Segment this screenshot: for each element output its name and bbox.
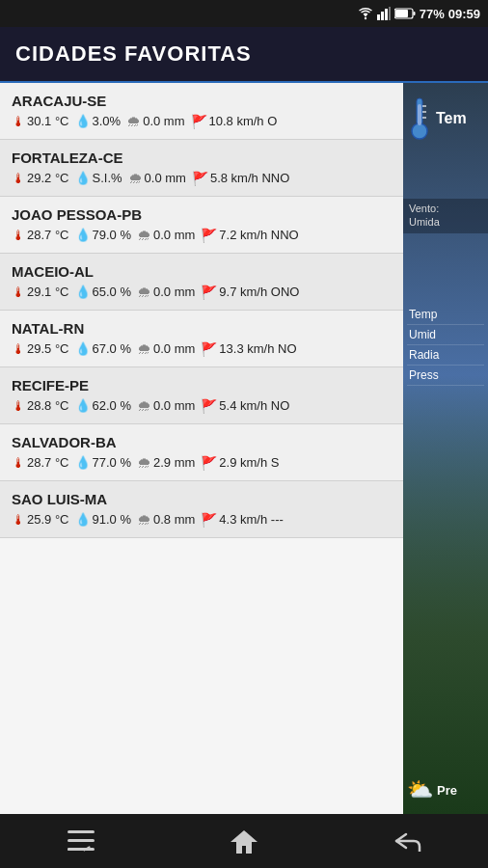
wind-icon-aracaju: 🚩 [191,114,207,129]
drop-icon-recife: 💧 [75,398,91,413]
city-name-aracaju: ARACAJU-SE [12,93,395,109]
humidity-group-joaopessoa: 💧 79.0 % [75,228,131,242]
rain-value-natal: 0.0 mm [153,341,195,356]
humidity-group-saoluis: 💧 91.0 % [75,512,131,527]
right-menu-radia[interactable]: Radia [407,345,484,366]
wind-group-joaopessoa: 🚩 7.2 km/h NNO [201,228,298,243]
status-icons: 77% 09:59 [358,7,480,21]
svg-rect-3 [385,9,388,20]
rain-group-aracaju: 🌧 0.0 mm [126,113,184,129]
drop-icon-aracaju: 💧 [75,114,91,128]
svg-rect-14 [68,830,95,833]
svg-rect-4 [389,7,391,20]
temp-value-fortaleza: 29.2 °C [27,171,69,185]
humidity-group-recife: 💧 62.0 % [75,398,131,413]
cloud-icon-fortaleza: 🌧 [128,170,143,186]
city-item-saoluis[interactable]: SAO LUIS-MA 🌡 25.9 °C 💧 91.0 % 🌧 0.8 mm … [0,481,403,538]
thermo-icon-recife: 🌡 [12,398,25,414]
app-title: CIDADES FAVORITAS [15,41,252,67]
svg-rect-1 [377,14,380,20]
right-menu-temp[interactable]: Temp [407,305,484,325]
temp-value-joaopessoa: 28.7 °C [27,228,69,242]
humidity-group-maceio: 💧 65.0 % [75,285,131,299]
city-stats-recife: 🌡 28.8 °C 💧 62.0 % 🌧 0.0 mm 🚩 5.4 km/h N… [12,397,395,414]
signal-icon [377,7,391,20]
right-panel-bottom[interactable]: ⛅ Pre [403,777,488,802]
thermo-icon-aracaju: 🌡 [12,114,25,129]
wind-group-saoluis: 🚩 4.3 km/h --- [201,512,283,528]
city-list[interactable]: ARACAJU-SE 🌡 30.1 °C 💧 3.0% 🌧 0.0 mm 🚩 1… [0,83,403,814]
city-item-aracaju[interactable]: ARACAJU-SE 🌡 30.1 °C 💧 3.0% 🌧 0.0 mm 🚩 1… [0,83,403,140]
city-name-fortaleza: FORTALEZA-CE [12,149,395,166]
wind-icon-fortaleza: 🚩 [192,171,208,186]
wind-icon-joaopessoa: 🚩 [201,228,217,243]
temp-group-aracaju: 🌡 30.1 °C [12,114,69,129]
svg-rect-7 [395,10,408,17]
temp-group-fortaleza: 🌡 29.2 °C [12,171,69,186]
right-panel[interactable]: Tem Vento: Umida Temp Umid Radia Press ⛅… [403,83,488,814]
temp-group-salvador: 🌡 28.7 °C [12,455,69,471]
humidity-value-natal: 67.0 % [93,341,131,356]
right-stat-vento: Vento: [409,203,482,214]
svg-rect-17 [68,848,79,851]
city-item-recife[interactable]: RECIFE-PE 🌡 28.8 °C 💧 62.0 % 🌧 0.0 mm 🚩 … [0,367,403,424]
humidity-value-joaopessoa: 79.0 % [93,228,131,242]
humidity-value-maceio: 65.0 % [93,285,131,299]
svg-rect-6 [413,12,415,15]
nav-home-button[interactable] [215,820,273,862]
right-menu-umid[interactable]: Umid [407,325,484,345]
city-item-natal[interactable]: NATAL-RN 🌡 29.5 °C 💧 67.0 % 🌧 0.0 mm 🚩 1… [0,311,403,367]
city-name-saoluis: SAO LUIS-MA [12,491,395,507]
right-panel-title: Tem [436,110,467,127]
humidity-value-aracaju: 3.0% [93,114,122,128]
temp-value-salvador: 28.7 °C [27,455,69,470]
battery-percent: 77% [420,7,445,21]
humidity-value-saoluis: 91.0 % [93,512,131,527]
city-item-maceio[interactable]: MACEIO-AL 🌡 29.1 °C 💧 65.0 % 🌧 0.0 mm 🚩 … [0,254,403,311]
svg-point-0 [365,17,366,19]
right-menu-press[interactable]: Press [407,366,484,386]
temp-group-recife: 🌡 28.8 °C [12,398,69,414]
wind-group-aracaju: 🚩 10.8 km/h O [191,114,278,129]
city-item-joaopessoa[interactable]: JOAO PESSOA-PB 🌡 28.7 °C 💧 79.0 % 🌧 0.0 … [0,197,403,254]
back-icon [393,830,421,852]
temp-value-saoluis: 25.9 °C [27,512,69,527]
rain-group-recife: 🌧 0.0 mm [137,397,195,414]
cloud-icon-maceio: 🌧 [137,284,151,300]
city-name-natal: NATAL-RN [12,320,395,337]
nav-menu-button[interactable] [52,820,110,862]
wifi-icon [358,7,373,20]
temp-group-natal: 🌡 29.5 °C [12,341,69,357]
rain-value-salvador: 2.9 mm [153,455,195,470]
city-item-fortaleza[interactable]: FORTALEZA-CE 🌡 29.2 °C 💧 S.I.% 🌧 0.0 mm … [0,140,403,197]
right-panel-bottom-label: Pre [437,783,457,798]
rain-group-saoluis: 🌧 0.8 mm [137,511,195,528]
status-bar: 77% 09:59 [0,0,488,27]
temp-value-aracaju: 30.1 °C [27,114,69,128]
drop-icon-fortaleza: 💧 [75,171,91,185]
wind-value-fortaleza: 5.8 km/h NNO [210,171,289,185]
wind-icon-salvador: 🚩 [201,455,217,471]
home-icon [230,828,258,854]
rain-group-maceio: 🌧 0.0 mm [137,284,195,300]
svg-rect-15 [68,839,95,842]
cloud-rain-icon-right: ⛅ [407,777,433,802]
nav-back-button[interactable] [378,820,436,862]
cloud-icon-natal: 🌧 [137,340,151,357]
battery-icon [394,8,416,19]
city-stats-salvador: 🌡 28.7 °C 💧 77.0 % 🌧 2.9 mm 🚩 2.9 km/h S [12,454,395,471]
cloud-icon-joaopessoa: 🌧 [137,227,151,243]
wind-icon-natal: 🚩 [201,341,217,357]
rain-value-saoluis: 0.8 mm [153,512,195,527]
city-item-salvador[interactable]: SALVADOR-BA 🌡 28.7 °C 💧 77.0 % 🌧 2.9 mm … [0,424,403,481]
temp-value-recife: 28.8 °C [27,398,69,413]
right-panel-bg [403,375,488,814]
humidity-value-fortaleza: S.I.% [93,171,122,185]
svg-rect-2 [381,12,384,20]
wind-group-maceio: 🚩 9.7 km/h ONO [201,285,299,300]
city-name-maceio: MACEIO-AL [12,263,395,280]
wind-icon-maceio: 🚩 [201,285,217,300]
wind-value-natal: 13.3 km/h NO [219,341,296,356]
thermo-icon-natal: 🌡 [12,341,25,357]
drop-icon-joaopessoa: 💧 [75,228,91,242]
